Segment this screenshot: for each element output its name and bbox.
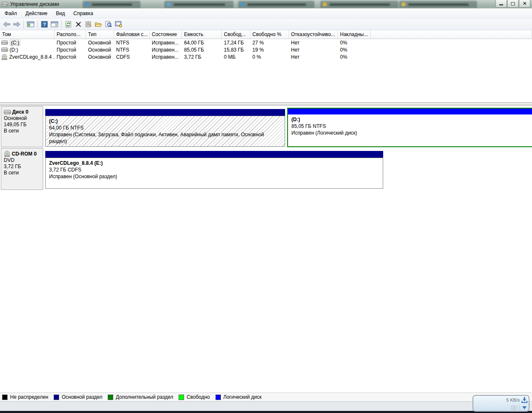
minimize-icon: [499, 4, 503, 5]
cell-free-pct: 27 %: [250, 40, 289, 46]
background-tab: [399, 1, 477, 8]
column-header-filesystem[interactable]: Файловая с...: [114, 30, 150, 39]
partition-size: 3,72 ГБ CDFS: [49, 166, 379, 173]
cell-type: Основной: [86, 40, 114, 46]
cell-filesystem: NTFS: [114, 40, 150, 46]
cell-overhead: 0%: [338, 40, 371, 46]
column-header-capacity[interactable]: Емкость: [182, 30, 222, 39]
cell-overhead: 0%: [338, 54, 371, 60]
legend-swatch-extended: [108, 395, 113, 400]
table-row-volume-d[interactable]: (D:) Простой Основной NTFS Исправен... 8…: [0, 46, 532, 53]
graphical-view: Диск 0 Основной 149,05 ГБ В сети (C:) 64…: [0, 106, 532, 392]
disk-name: CD-ROM 0: [12, 151, 36, 157]
widget-bottom-row: [473, 404, 529, 411]
partition-name: ZverCDLego_8.8.4 (E:): [49, 160, 379, 166]
pane-splitter[interactable]: [0, 102, 532, 106]
cell-type: Основной: [86, 47, 114, 53]
disk0-panel[interactable]: Диск 0 Основной 149,05 ГБ В сети: [1, 106, 43, 147]
disk-size: 149,05 ГБ: [4, 122, 43, 127]
minimize-button[interactable]: [496, 0, 507, 8]
disc-icon: [1, 54, 8, 60]
disk-status: В сети: [4, 170, 43, 176]
properties-button[interactable]: [83, 19, 93, 29]
widget-dropdown-button[interactable]: [519, 405, 529, 411]
cell-fault-tolerance: Нет: [289, 54, 338, 60]
column-header-status[interactable]: Состояние: [150, 30, 182, 39]
search-button[interactable]: [104, 19, 114, 29]
cdrom0-panel[interactable]: CD-ROM 0 DVD 3,72 ГБ В сети: [1, 148, 43, 190]
partition-name: (C:): [49, 118, 281, 125]
show-action-pane-button[interactable]: [49, 19, 60, 29]
refresh-button[interactable]: [63, 19, 73, 29]
column-header-type[interactable]: Тип: [86, 30, 114, 39]
cell-layout: Простой: [54, 54, 86, 60]
delete-button[interactable]: [73, 19, 83, 29]
menu-file[interactable]: Файл: [1, 9, 21, 18]
menu-help[interactable]: Справка: [70, 9, 97, 18]
status-strip: [0, 401, 532, 411]
downloads-tray-icon: [510, 405, 518, 410]
toolbar-separator: [23, 21, 24, 28]
column-header-layout[interactable]: Располо...: [54, 30, 86, 39]
partition-c-color-bar: [45, 109, 285, 116]
menu-action[interactable]: Действие: [22, 9, 52, 18]
column-header-fault-tolerance[interactable]: Отказоустойчиво...: [289, 30, 338, 39]
open-button[interactable]: [93, 19, 104, 29]
column-header-overhead[interactable]: Накладны...: [338, 30, 371, 39]
volume-name: (D:): [10, 47, 18, 53]
column-header-free[interactable]: Свобод...: [222, 30, 250, 39]
disk-management-window: Управление дисками ✕ Файл Действие Вид С…: [0, 0, 532, 413]
cell-status: Исправен...: [150, 47, 182, 53]
show-console-tree-button[interactable]: [26, 19, 36, 29]
manage-computer-button[interactable]: [114, 19, 124, 29]
back-button[interactable]: [2, 19, 12, 29]
forward-button[interactable]: [12, 19, 22, 29]
help-icon: ?: [41, 21, 48, 28]
back-icon: [3, 21, 10, 27]
menu-view[interactable]: Вид: [52, 9, 69, 18]
forward-icon: [13, 21, 21, 27]
column-header-volume[interactable]: Том: [0, 30, 54, 39]
partition-d-color-bar: [288, 109, 532, 114]
download-speed-value: 5 KB/s: [506, 397, 520, 403]
help-button[interactable]: ?: [39, 19, 49, 29]
refresh-icon: [65, 21, 72, 28]
table-row-volume-e[interactable]: ZverCDLego_8.8.4 ... Простой Основной CD…: [0, 53, 532, 60]
cell-free: 17,24 ГБ: [222, 40, 250, 46]
cell-layout: Простой: [54, 40, 86, 46]
restore-icon: [511, 2, 515, 5]
download-speed-widget[interactable]: 5 KB/s: [472, 395, 529, 412]
cell-free-pct: 19 %: [250, 47, 289, 53]
partition-d[interactable]: (D:) 85,05 ГБ NTFS Исправен (Логический …: [287, 108, 532, 147]
partition-c[interactable]: (C:) 64,00 ГБ NTFS Исправен (Система, За…: [45, 109, 285, 147]
disk-size: 3,72 ГБ: [4, 164, 43, 169]
cell-overhead: 0%: [338, 47, 371, 53]
search-icon: [105, 21, 112, 28]
properties-icon: [85, 21, 92, 28]
chevron-down-icon: [522, 406, 527, 409]
cell-capacity: 85,05 ГБ: [182, 47, 222, 53]
partition-e[interactable]: ZverCDLego_8.8.4 (E:) 3,72 ГБ CDFS Испра…: [45, 151, 383, 189]
manage-computer-icon: [115, 21, 122, 28]
legend-item-unallocated: Не распределен: [2, 394, 48, 400]
restore-button[interactable]: [507, 0, 519, 8]
partition-e-body: ZverCDLego_8.8.4 (E:) 3,72 ГБ CDFS Испра…: [45, 158, 383, 189]
close-icon: ✕: [523, 1, 527, 6]
cell-layout: Простой: [54, 47, 86, 53]
window-title: Управление дисками: [10, 1, 59, 7]
legend-label: Основной раздел: [62, 394, 102, 400]
window-controls: ✕: [495, 0, 530, 8]
cdrom-icon: [4, 151, 10, 157]
background-tab: [238, 1, 314, 8]
cell-filesystem: NTFS: [114, 47, 150, 53]
toolbar: ?: [0, 18, 532, 30]
partition-c-body: (C:) 64,00 ГБ NTFS Исправен (Система, За…: [45, 116, 285, 147]
legend-label: Логический диск: [223, 394, 262, 400]
cell-free-pct: 0 %: [250, 54, 289, 60]
close-button[interactable]: ✕: [519, 0, 530, 8]
background-tab: [320, 1, 398, 8]
cell-capacity: 64,00 ГБ: [182, 40, 222, 46]
cell-filesystem: CDFS: [114, 54, 150, 60]
table-row-volume-c[interactable]: (C:) Простой Основной NTFS Исправен... 6…: [0, 39, 532, 46]
column-header-free-pct[interactable]: Свободно %: [250, 30, 289, 39]
